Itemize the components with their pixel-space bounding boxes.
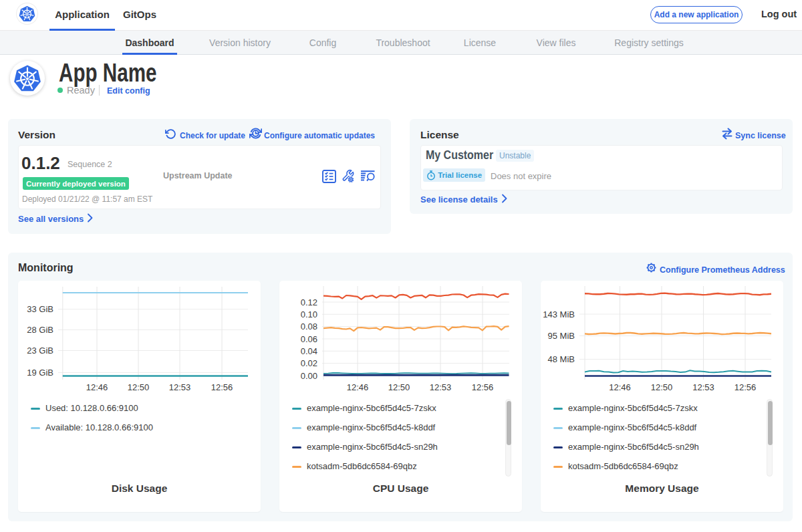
svg-text:0.06: 0.06 [301,334,317,344]
svg-text:95 MiB: 95 MiB [548,331,575,341]
svg-text:12:56: 12:56 [734,382,757,392]
svg-text:143 MiB: 143 MiB [543,309,575,319]
svg-text:19 GiB: 19 GiB [27,368,53,378]
svg-text:0.00: 0.00 [301,371,317,381]
svg-text:0.08: 0.08 [301,321,317,331]
svg-text:12:46: 12:46 [609,382,631,392]
svg-text:12:56: 12:56 [211,382,233,392]
svg-text:0.04: 0.04 [301,346,317,356]
svg-text:12:50: 12:50 [128,382,150,392]
svg-text:12:50: 12:50 [651,382,673,392]
svg-text:12:46: 12:46 [86,382,108,392]
svg-text:23 GiB: 23 GiB [27,346,53,356]
svg-text:12:53: 12:53 [169,382,191,392]
svg-text:33 GiB: 33 GiB [27,304,53,314]
svg-text:0.02: 0.02 [301,358,317,368]
svg-text:48 MiB: 48 MiB [548,354,575,364]
svg-text:12:50: 12:50 [388,382,410,392]
svg-text:12:53: 12:53 [430,382,452,392]
svg-text:12:53: 12:53 [692,382,714,392]
svg-text:0.12: 0.12 [301,297,317,307]
svg-text:0.10: 0.10 [301,309,317,319]
svg-text:28 GiB: 28 GiB [27,325,53,335]
svg-text:12:56: 12:56 [472,382,494,392]
svg-text:12:46: 12:46 [347,382,369,392]
